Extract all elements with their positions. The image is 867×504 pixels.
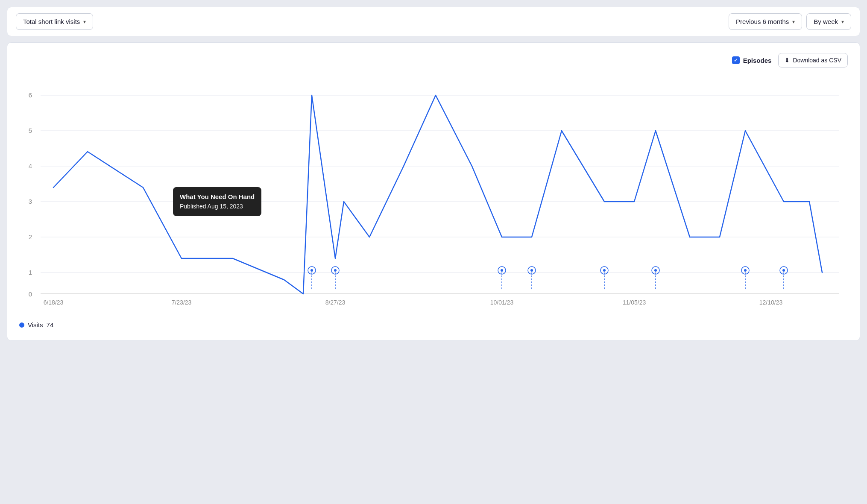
- download-csv-button[interactable]: ⬇ Download as CSV: [778, 53, 848, 67]
- visits-value: 74: [47, 321, 54, 328]
- groupby-selector-label: By week: [814, 18, 838, 25]
- check-icon: ✓: [734, 58, 738, 63]
- svg-point-37: [782, 269, 785, 272]
- visits-label: Visits: [28, 321, 43, 328]
- download-icon: ⬇: [785, 57, 790, 64]
- period-selector-label: Previous 6 months: [736, 18, 789, 25]
- episodes-checkbox[interactable]: ✓: [732, 56, 740, 64]
- svg-text:12/10/23: 12/10/23: [759, 299, 783, 306]
- metric-chevron-icon: ▾: [83, 19, 86, 25]
- period-chevron-icon: ▾: [792, 19, 795, 25]
- svg-point-22: [501, 269, 503, 272]
- svg-text:3: 3: [29, 198, 32, 205]
- groupby-chevron-icon: ▾: [841, 19, 844, 25]
- svg-point-16: [310, 269, 313, 272]
- metric-selector[interactable]: Total short link visits ▾: [16, 13, 93, 30]
- svg-point-25: [530, 269, 533, 272]
- visits-dot: [19, 322, 24, 328]
- svg-text:5: 5: [29, 127, 32, 134]
- right-controls: Previous 6 months ▾ By week ▾: [729, 13, 851, 30]
- groupby-selector[interactable]: By week ▾: [806, 13, 851, 30]
- download-label: Download as CSV: [793, 57, 841, 64]
- svg-point-34: [744, 269, 747, 272]
- svg-text:0: 0: [29, 290, 32, 298]
- svg-text:11/05/23: 11/05/23: [623, 299, 646, 306]
- svg-point-28: [603, 269, 606, 272]
- svg-text:7/23/23: 7/23/23: [172, 299, 192, 306]
- chart-footer: Visits 74: [19, 321, 848, 328]
- episodes-label: Episodes: [743, 57, 772, 64]
- svg-text:1: 1: [29, 269, 32, 276]
- chart-card: ✓ Episodes ⬇ Download as CSV 6 5 4 3 2 1…: [7, 42, 860, 341]
- top-bar: Total short link visits ▾ Previous 6 mon…: [7, 7, 860, 36]
- svg-text:8/27/23: 8/27/23: [325, 299, 346, 306]
- metric-selector-label: Total short link visits: [23, 18, 80, 25]
- svg-text:6/18/23: 6/18/23: [44, 299, 64, 306]
- svg-text:10/01/23: 10/01/23: [490, 299, 514, 306]
- svg-text:4: 4: [29, 162, 32, 170]
- line-chart: 6 5 4 3 2 1 0: [19, 76, 848, 315]
- svg-text:6: 6: [29, 91, 32, 99]
- svg-text:2: 2: [29, 233, 32, 240]
- chart-area: 6 5 4 3 2 1 0: [19, 76, 848, 315]
- svg-point-19: [334, 269, 337, 272]
- episodes-legend: ✓ Episodes: [732, 56, 772, 64]
- chart-header: ✓ Episodes ⬇ Download as CSV: [19, 53, 848, 67]
- svg-point-31: [654, 269, 657, 272]
- period-selector[interactable]: Previous 6 months ▾: [729, 13, 802, 30]
